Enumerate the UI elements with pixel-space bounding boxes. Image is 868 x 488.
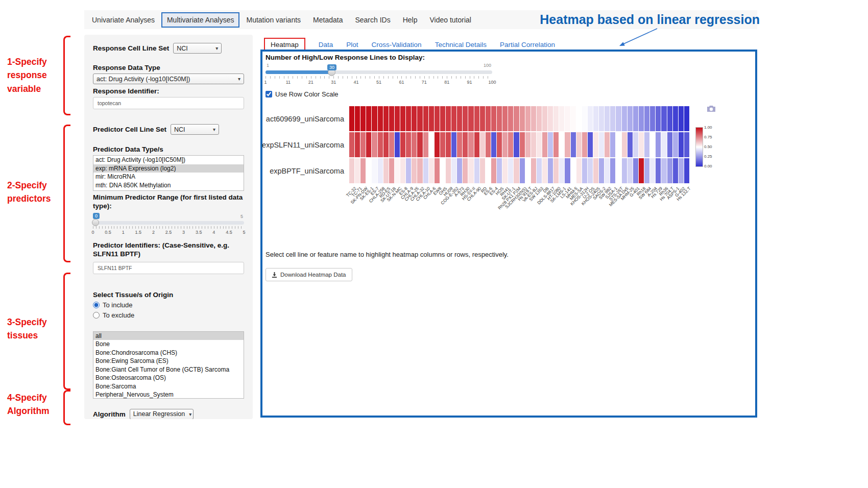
heatmap-cell[interactable] (457, 158, 462, 183)
heatmap-cell[interactable] (559, 132, 564, 157)
list-option[interactable]: mth: DNA 850K Methylation (93, 181, 244, 190)
heatmap-cell[interactable] (366, 158, 371, 183)
heatmap-cell[interactable] (508, 158, 513, 183)
heatmap-cell[interactable] (553, 106, 559, 131)
list-option[interactable]: Peripheral_Nervous_System (93, 391, 244, 399)
list-option[interactable]: exp: mRNA Expression (log2) (93, 164, 244, 173)
nav-tab-video-tutorial[interactable]: Video tutorial (424, 12, 477, 28)
heatmap-cell[interactable] (542, 106, 547, 131)
heatmap-cell[interactable] (537, 132, 542, 157)
heatmap-cell[interactable] (480, 106, 485, 131)
heatmap-cell[interactable] (349, 158, 354, 183)
heatmap-cell[interactable] (616, 158, 621, 183)
list-option[interactable]: Bone:Chondrosarcoma (CHS) (93, 349, 244, 357)
heatmap-cell[interactable] (366, 132, 371, 157)
nav-tab-metadata[interactable]: Metadata (307, 12, 348, 28)
heatmap-cell[interactable] (633, 132, 638, 157)
heatmap-cell[interactable] (451, 106, 456, 131)
heatmap-cell[interactable] (639, 132, 644, 157)
nav-tab-help[interactable]: Help (397, 12, 423, 28)
heatmap-cell[interactable] (571, 106, 576, 131)
heatmap-cell[interactable] (650, 132, 655, 157)
heatmap-cell[interactable] (576, 106, 582, 131)
heatmap-cell[interactable] (383, 158, 389, 183)
response-identifier-input[interactable] (93, 97, 244, 109)
heatmap-cell[interactable] (667, 106, 672, 131)
heatmap-cell[interactable] (366, 106, 371, 131)
heatmap-cell[interactable] (588, 132, 593, 157)
heatmap-cell[interactable] (644, 158, 649, 183)
heatmap-cell[interactable] (679, 158, 684, 183)
tissue-exclude-option[interactable]: To exclude (93, 311, 244, 319)
heatmap-cell[interactable] (395, 158, 400, 183)
response-data-type-select[interactable]: act: Drug Activity (-log10[IC50M]) ▾ (93, 74, 244, 84)
heatmap-cell[interactable] (571, 158, 576, 183)
heatmap-cell[interactable] (622, 132, 627, 157)
tab-data[interactable]: Data (319, 41, 333, 48)
heatmap-cell[interactable] (593, 132, 598, 157)
heatmap-cell[interactable] (502, 132, 508, 157)
heatmap-cell[interactable] (383, 132, 389, 157)
heatmap-cell[interactable] (508, 132, 513, 157)
tissue-listbox[interactable]: allBoneBone:Chondrosarcoma (CHS)Bone:Ewi… (93, 331, 244, 399)
list-option[interactable]: all (93, 332, 244, 340)
heatmap-cell[interactable] (491, 132, 496, 157)
heatmap-cell[interactable] (644, 106, 649, 131)
heatmap-cell[interactable] (576, 158, 582, 183)
heatmap-cell[interactable] (610, 106, 615, 131)
heatmap-cell[interactable] (633, 158, 638, 183)
tissue-include-option[interactable]: To include (93, 301, 244, 309)
heatmap-cell[interactable] (457, 106, 462, 131)
heatmap-cell[interactable] (684, 158, 689, 183)
heatmap-cell[interactable] (582, 158, 587, 183)
list-option[interactable]: mir: MicroRNA (93, 173, 244, 181)
list-option[interactable]: Bone:Osteosarcoma (OS) (93, 374, 244, 382)
heatmap-cell[interactable] (406, 132, 411, 157)
heatmap-cell[interactable] (474, 158, 479, 183)
heatmap-cell[interactable] (435, 132, 440, 157)
heatmap-cell[interactable] (502, 158, 508, 183)
heatmap-cell[interactable] (497, 158, 502, 183)
heatmap-cell[interactable] (463, 132, 468, 157)
nav-tab-search-ids[interactable]: Search IDs (349, 12, 396, 28)
heatmap-cell[interactable] (440, 158, 445, 183)
download-heatmap-data-button[interactable]: Download Heatmap Data (266, 268, 352, 281)
min-predictor-range-slider[interactable]: 0 5 00.511.522.533.544.55 (93, 213, 244, 235)
heatmap-cell[interactable] (429, 106, 434, 131)
heatmap-cell[interactable] (463, 158, 468, 183)
heatmap-cell[interactable] (667, 158, 672, 183)
heatmap-cell[interactable] (599, 158, 604, 183)
heatmap-cell[interactable] (588, 106, 593, 131)
heatmap-cell[interactable] (400, 132, 405, 157)
heatmap-cell[interactable] (480, 132, 485, 157)
heatmap-cell[interactable] (514, 106, 519, 131)
heatmap-cell[interactable] (565, 158, 570, 183)
heatmap-cell[interactable] (502, 106, 508, 131)
heatmap-cell[interactable] (673, 158, 678, 183)
heatmap-cell[interactable] (446, 106, 451, 131)
heatmap-cell[interactable] (349, 106, 354, 131)
heatmap-cell[interactable] (491, 106, 496, 131)
heatmap-cell[interactable] (435, 106, 440, 131)
heatmap-cell[interactable] (565, 132, 570, 157)
heatmap-cell[interactable] (406, 158, 411, 183)
heatmap-cell[interactable] (468, 106, 473, 131)
heatmap-cell[interactable] (400, 106, 405, 131)
heatmap-cell[interactable] (355, 132, 360, 157)
heatmap-cell[interactable] (417, 106, 422, 131)
response-lines-slider[interactable]: 1 100 30 1112131415161718191100 (266, 63, 492, 88)
heatmap-cell[interactable] (593, 106, 598, 131)
heatmap-cell[interactable] (542, 158, 547, 183)
heatmap-cell[interactable] (486, 158, 491, 183)
heatmap-cell[interactable] (661, 158, 666, 183)
heatmap-cell[interactable] (661, 132, 666, 157)
heatmap-cell[interactable] (605, 158, 610, 183)
heatmap-cell[interactable] (599, 106, 604, 131)
heatmap-cell[interactable] (378, 106, 383, 131)
heatmap-cell[interactable] (474, 132, 479, 157)
heatmap-cell[interactable] (639, 158, 644, 183)
heatmap-cell[interactable] (451, 132, 456, 157)
heatmap-cell[interactable] (553, 158, 559, 183)
heatmap-cell[interactable] (520, 106, 525, 131)
slider-track[interactable] (93, 221, 244, 225)
